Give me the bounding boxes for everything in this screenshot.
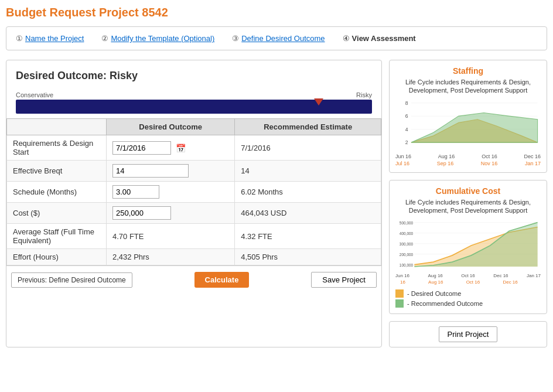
page-title: Budget Request Project 8542 xyxy=(6,6,547,19)
row-recommended: 4.32 FTE xyxy=(235,224,381,249)
legend-color-recommended xyxy=(395,299,404,308)
outcome-table: Desired Outcome Recommended Estimate Req… xyxy=(6,118,381,265)
staffing-chart-title: Staffing xyxy=(395,66,541,76)
row-label: Requirements & Design Start xyxy=(7,135,107,161)
wizard-step-2[interactable]: ② Modify the Template (Optional) xyxy=(101,34,214,43)
wizard-step-4[interactable]: ④ View Assessment xyxy=(343,34,416,43)
svg-text:6: 6 xyxy=(405,113,408,119)
row-desired xyxy=(107,203,235,224)
table-row: Requirements & Design Start 📅 7/1/2016 xyxy=(7,135,381,161)
svg-marker-10 xyxy=(411,113,538,142)
row-recommended: 4,505 Phrs xyxy=(235,249,381,265)
cost-chart-title: Cumulative Cost xyxy=(395,186,541,196)
svg-text:300,000: 300,000 xyxy=(400,242,414,246)
row-desired: 📅 xyxy=(107,135,235,161)
chart-legend: - Desired Outcome - Recommended Outcome xyxy=(395,289,541,308)
row-label: Effective Breqt xyxy=(7,161,107,182)
table-row: Average Staff (Full Time Equivalent) 4.7… xyxy=(7,224,381,249)
slider-track[interactable] xyxy=(16,100,372,114)
staffing-x-labels: Jun 16Aug 16Oct 16Dec 16 xyxy=(395,154,541,159)
print-button[interactable]: Print Project xyxy=(439,326,498,342)
svg-text:100,000: 100,000 xyxy=(400,263,414,267)
wizard-step-3[interactable]: ③ Define Desired Outcome xyxy=(232,34,325,43)
legend-item-desired: - Desired Outcome xyxy=(395,289,541,298)
slider-area: Conservative Risky xyxy=(6,91,381,118)
svg-text:500,000: 500,000 xyxy=(400,221,414,225)
svg-text:8: 8 xyxy=(405,100,408,105)
svg-marker-0 xyxy=(314,98,323,105)
cost-chart-area: 500,000 400,000 300,000 200,000 100,000 xyxy=(395,219,541,272)
save-button[interactable]: Save Project xyxy=(311,272,377,288)
slider-label-risky: Risky xyxy=(356,91,372,98)
prev-button[interactable]: Previous: Define Desired Outcome xyxy=(11,272,132,288)
row-desired xyxy=(107,182,235,203)
col-header-recommended: Recommended Estimate xyxy=(235,119,381,135)
slider-label-conservative: Conservative xyxy=(16,91,53,98)
wizard-step-1[interactable]: ① Name the Project xyxy=(16,34,84,43)
row-desired xyxy=(107,161,235,182)
table-row: Effort (Hours) 2,432 Phrs 4,505 Phrs xyxy=(7,249,381,265)
date-input[interactable] xyxy=(112,141,171,155)
row-recommended: 7/1/2016 xyxy=(235,135,381,161)
row-label: Average Staff (Full Time Equivalent) xyxy=(7,224,107,249)
staffing-chart-subtitle: Life Cycle includes Requirements & Desig… xyxy=(395,78,541,95)
row-desired: 2,432 Phrs xyxy=(107,249,235,265)
outcome-title: Desired Outcome: Risky xyxy=(6,60,381,91)
schedule-input[interactable] xyxy=(112,185,159,199)
row-label: Effort (Hours) xyxy=(7,249,107,265)
left-panel: Desired Outcome: Risky Conservative Risk… xyxy=(6,60,382,347)
cost-x-labels-2: 16Aug 16Oct 16Dec 16 xyxy=(395,279,541,285)
row-recommended: 464,043 USD xyxy=(235,203,381,224)
staffing-x-labels-2: Jul 16Sep 16Nov 16Jan 17 xyxy=(395,161,541,166)
table-row: Effective Breqt 14 xyxy=(7,161,381,182)
table-row: Schedule (Months) 6.02 Months xyxy=(7,182,381,203)
table-row: Cost ($) 464,043 USD xyxy=(7,203,381,224)
row-desired: 4.70 FTE xyxy=(107,224,235,249)
calendar-icon[interactable]: 📅 xyxy=(176,144,186,153)
cost-input[interactable] xyxy=(112,206,171,220)
calculate-button[interactable]: Calculate xyxy=(194,272,250,288)
wizard-bar: ① Name the Project ② Modify the Template… xyxy=(6,26,547,50)
row-recommended: 6.02 Months xyxy=(235,182,381,203)
staffing-chart-box: Staffing Life Cycle includes Requirement… xyxy=(389,60,547,173)
svg-text:400,000: 400,000 xyxy=(400,231,414,236)
svg-text:200,000: 200,000 xyxy=(400,253,414,257)
row-label: Schedule (Months) xyxy=(7,182,107,203)
right-panel: Staffing Life Cycle includes Requirement… xyxy=(389,60,547,347)
row-recommended: 14 xyxy=(235,161,381,182)
svg-text:4: 4 xyxy=(405,126,408,132)
slider-thumb[interactable] xyxy=(313,97,324,108)
cost-x-labels: Jun 16Aug 16Oct 16Dec 16Jan 17 xyxy=(395,273,541,278)
legend-color-desired xyxy=(395,289,404,298)
legend-item-recommended: - Recommended Outcome xyxy=(395,299,541,308)
bottom-bar: Previous: Define Desired Outcome Calcula… xyxy=(6,265,381,294)
col-header-desired: Desired Outcome xyxy=(107,119,235,135)
breqt-input[interactable] xyxy=(112,164,189,178)
print-bar: Print Project xyxy=(389,321,547,347)
col-header-label xyxy=(7,119,107,135)
svg-text:2: 2 xyxy=(405,139,408,145)
cost-chart-subtitle: Life Cycle includes Requirements & Desig… xyxy=(395,198,541,215)
cost-chart-box: Cumulative Cost Life Cycle includes Requ… xyxy=(389,180,547,315)
row-label: Cost ($) xyxy=(7,203,107,224)
staffing-chart-area: 8 6 4 2 xyxy=(395,100,541,152)
